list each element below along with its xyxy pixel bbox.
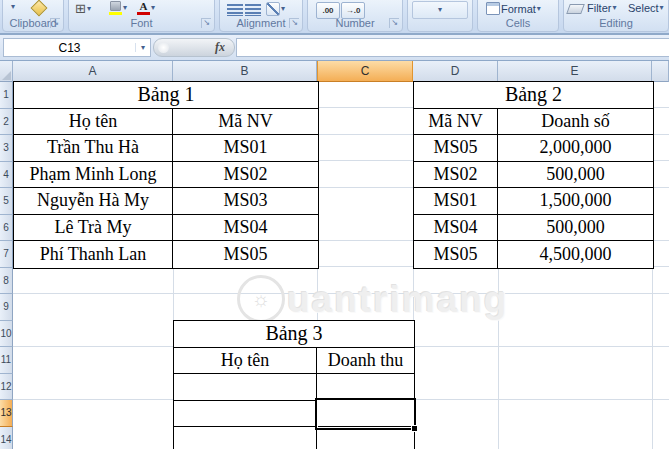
ribbon-group-editing: Filter ▾ Select ▾ Editing: [563, 0, 669, 32]
font-dialog-launcher-icon[interactable]: ↘: [201, 18, 211, 28]
insert-function-button[interactable]: fx: [153, 38, 235, 57]
row-header-12[interactable]: 12: [0, 374, 13, 401]
col-header-A[interactable]: A: [13, 61, 173, 82]
formula-bar: C13 ▾ fx: [0, 35, 669, 61]
sort-filter-button[interactable]: Filter ▾: [587, 2, 616, 14]
table-bang2: Bảng 2 Mã NV Doanh số MS05 2,000,000 MS0…: [413, 81, 654, 269]
decrease-indent-icon[interactable]: [227, 3, 243, 16]
name-box[interactable]: C13 ▾: [3, 38, 151, 57]
cell-B5[interactable]: MS03: [173, 188, 318, 215]
cell-A3[interactable]: Trần Thu Hà: [14, 135, 173, 162]
row-header-1[interactable]: 1: [0, 82, 13, 109]
cell-A2[interactable]: Họ tên: [14, 109, 173, 136]
row-header-4[interactable]: 4: [0, 162, 13, 189]
row-header-7[interactable]: 7: [0, 241, 13, 268]
cell-D4[interactable]: MS02: [414, 162, 498, 189]
alignment-dialog-launcher-icon[interactable]: ↘: [289, 18, 299, 28]
ribbon-group-clipboard: ▾ Clipboard ↘: [2, 0, 64, 32]
cell-E7[interactable]: 4,500,000: [498, 241, 653, 268]
col-header-B[interactable]: B: [173, 61, 317, 82]
row-headers: 1 2 3 4 5 6 7 8 9 10 11 12 13 14: [0, 82, 13, 449]
ribbon-group-alignment: ▾ Alignment ↘: [219, 0, 303, 32]
cell-B7[interactable]: MS05: [173, 241, 318, 268]
watermark-logo-icon: ☼: [237, 275, 285, 323]
row-header-14[interactable]: 14: [0, 427, 13, 449]
cell-E6[interactable]: 500,000: [498, 215, 653, 242]
bang1-title[interactable]: Bảng 1: [14, 82, 318, 109]
find-select-button[interactable]: Select ▾: [628, 2, 664, 14]
select-all-corner[interactable]: [0, 61, 13, 82]
cell-D3[interactable]: MS05: [414, 135, 498, 162]
watermark-text: uantrimang: [287, 281, 508, 318]
cell-C12[interactable]: [317, 374, 414, 401]
cell-D6[interactable]: MS04: [414, 215, 498, 242]
cell-B6[interactable]: MS04: [173, 215, 318, 242]
number-dialog-launcher-icon[interactable]: ↘: [389, 18, 399, 28]
bang3-title[interactable]: Bảng 3: [174, 321, 414, 348]
editing-group-label: Editing: [564, 17, 668, 29]
cell-D7[interactable]: MS05: [414, 241, 498, 268]
row-header-2[interactable]: 2: [0, 109, 13, 136]
format-button[interactable]: Format ▾: [486, 2, 541, 15]
row-header-9[interactable]: 9: [0, 294, 13, 321]
row-header-10[interactable]: 10: [0, 321, 13, 348]
ribbon-group-styles: ▾: [407, 0, 473, 32]
insert-function-dot: [158, 42, 169, 53]
borders-icon[interactable]: ⊞▾: [75, 2, 91, 15]
selection-C13[interactable]: [315, 398, 416, 430]
row-header-11[interactable]: 11: [0, 347, 13, 374]
ribbon-group-font: ⊞▾ ▾ A ▾ Font ↘: [68, 0, 215, 32]
cell-B4[interactable]: MS02: [173, 162, 318, 189]
cell-B3[interactable]: MS01: [173, 135, 318, 162]
orientation-icon[interactable]: ▾: [266, 2, 285, 16]
cell-D5[interactable]: MS01: [414, 188, 498, 215]
cell-B2[interactable]: Mã NV: [173, 109, 318, 136]
fill-color-icon[interactable]: ▾: [109, 1, 127, 15]
cell-B12[interactable]: [174, 374, 317, 401]
cell-C11[interactable]: Doanh thu: [317, 348, 414, 375]
watermark: ☼ uantrimang: [237, 275, 508, 323]
row-header-13[interactable]: 13: [0, 400, 13, 427]
format-icon: [486, 2, 500, 15]
ribbon-group-number: .00 →.0 Number ↘: [307, 0, 403, 32]
formula-input[interactable]: [236, 38, 669, 57]
col-header-D[interactable]: D: [413, 61, 498, 82]
cell-A5[interactable]: Nguyễn Hà My: [14, 188, 173, 215]
styles-gallery-more-button[interactable]: ▾: [412, 1, 468, 19]
font-group-label: Font: [69, 17, 214, 29]
cell-C14[interactable]: [317, 427, 414, 449]
ribbon: ▾ Clipboard ↘ ⊞▾ ▾ A ▾ Font ↘ ▾ Alignmen…: [0, 0, 669, 35]
paste-dropdown-icon[interactable]: ▾: [11, 3, 15, 11]
cell-B14[interactable]: [174, 427, 317, 449]
name-box-dropdown-icon[interactable]: ▾: [135, 43, 150, 52]
row-header-5[interactable]: 5: [0, 188, 13, 215]
cell-E3[interactable]: 2,000,000: [498, 135, 653, 162]
clipboard-dialog-launcher-icon[interactable]: ↘: [50, 18, 60, 28]
font-color-icon[interactable]: A ▾: [137, 1, 155, 15]
name-box-value: C13: [4, 41, 135, 55]
table-bang1: Bảng 1 Họ tên Mã NV Trần Thu Hà MS01 Phạ…: [13, 81, 319, 269]
col-header-F-partial[interactable]: [652, 61, 669, 82]
col-header-E[interactable]: E: [498, 61, 652, 82]
col-header-C[interactable]: C: [317, 61, 413, 82]
bang2-title[interactable]: Bảng 2: [414, 82, 653, 109]
cell-D2[interactable]: Mã NV: [414, 109, 498, 136]
row-header-6[interactable]: 6: [0, 215, 13, 242]
clear-icon[interactable]: [568, 4, 583, 14]
row-header-8[interactable]: 8: [0, 268, 13, 295]
row-header-3[interactable]: 3: [0, 135, 13, 162]
cells-group-label: Cells: [478, 17, 558, 29]
cell-A4[interactable]: Phạm Minh Long: [14, 162, 173, 189]
cell-E4[interactable]: 500,000: [498, 162, 653, 189]
increase-indent-icon[interactable]: [245, 3, 261, 16]
cell-A6[interactable]: Lê Trà My: [14, 215, 173, 242]
cell-B13[interactable]: [174, 401, 317, 428]
fill-handle[interactable]: [411, 425, 418, 432]
number-group-label: Number: [308, 17, 402, 29]
cell-E2[interactable]: Doanh số: [498, 109, 653, 136]
format-painter-icon[interactable]: [33, 2, 45, 14]
excel-window: ▾ Clipboard ↘ ⊞▾ ▾ A ▾ Font ↘ ▾ Alignmen…: [0, 0, 669, 449]
cell-E5[interactable]: 1,500,000: [498, 188, 653, 215]
cell-B11[interactable]: Họ tên: [174, 348, 317, 375]
cell-A7[interactable]: Phí Thanh Lan: [14, 241, 173, 268]
